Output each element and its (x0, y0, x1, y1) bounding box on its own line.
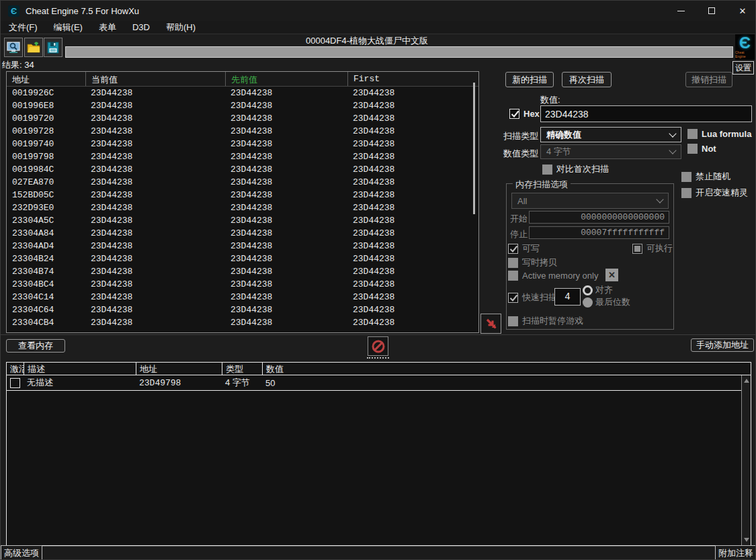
not-checkbox[interactable] (687, 144, 698, 154)
col-ct-value[interactable]: 数值 (262, 363, 751, 375)
splitter[interactable] (1, 334, 756, 335)
clear-active-memory-button[interactable]: ✕ (605, 269, 618, 281)
executable-group[interactable]: 可执行 (632, 242, 673, 254)
scroll-up-icon[interactable] (744, 379, 749, 383)
col-first[interactable]: First (347, 72, 478, 86)
cheat-active-checkbox[interactable] (10, 378, 20, 388)
result-row[interactable]: 23304CB4 23D44238 23D44238 23D44238 (7, 316, 478, 329)
result-row[interactable]: 001996E8 23D44238 23D44238 23D44238 (7, 99, 478, 112)
copy-on-write-checkbox[interactable] (508, 258, 518, 268)
disable-random-group[interactable]: 禁止随机 (681, 171, 730, 183)
pause-while-scanning-group[interactable]: 扫描时暂停游戏 (508, 315, 583, 327)
fast-scan-group[interactable]: 快速扫描 (508, 291, 557, 304)
active-memory-only-checkbox[interactable] (508, 271, 518, 281)
advanced-options-button[interactable]: 高级选项 (1, 545, 42, 560)
add-address-manually-button[interactable]: 手动添加地址 (691, 338, 754, 352)
result-row[interactable]: 00199740 23D44238 23D44238 23D44238 (7, 138, 478, 150)
align-radio[interactable] (583, 285, 593, 295)
pause-while-scanning-checkbox[interactable] (508, 316, 518, 326)
fast-scan-checkbox[interactable] (508, 293, 518, 303)
writable-group[interactable]: 可写 (508, 242, 540, 254)
new-scan-button[interactable]: 新的扫描 (505, 72, 554, 87)
add-selected-to-table-button[interactable] (480, 314, 501, 334)
result-row[interactable]: 23304B24 23D44238 23D44238 23D44238 (7, 252, 478, 265)
col-active[interactable]: 激活 (7, 363, 24, 375)
result-row[interactable]: 152BD05C 23D44238 23D44238 23D44238 (7, 189, 478, 201)
col-previous-value[interactable]: 先前值 (225, 72, 347, 86)
cell-previous-value: 23D44238 (225, 152, 347, 162)
menu-help[interactable]: 帮助(H) (158, 21, 204, 34)
value-type-dropdown[interactable]: 4 字节 (540, 144, 681, 159)
close-button[interactable]: ✕ (732, 1, 753, 21)
col-address[interactable]: 地址 (7, 72, 85, 86)
memory-region-dropdown[interactable]: All (511, 193, 669, 209)
settings-button[interactable]: 设置 (732, 61, 754, 75)
result-row[interactable]: 23304AD4 23D44238 23D44238 23D44238 (7, 240, 478, 252)
menu-file[interactable]: 文件(F) (1, 21, 46, 34)
disable-random-checkbox[interactable] (681, 172, 691, 182)
align-radio-group[interactable]: 对齐 (583, 284, 613, 296)
scroll-down-icon[interactable] (744, 538, 749, 542)
speedhack-checkbox[interactable] (681, 188, 691, 198)
not-group[interactable]: Not (687, 144, 716, 154)
menu-edit[interactable]: 编辑(E) (46, 21, 91, 34)
undo-scan-button[interactable]: 撤销扫描 (685, 72, 732, 87)
cheat-row[interactable]: 无描述 23D49798 4 字节 50 (7, 375, 751, 391)
minimize-button[interactable] (671, 1, 691, 21)
speedhack-group[interactable]: 开启变速精灵 (681, 187, 748, 199)
lua-formula-group[interactable]: Lua formula (687, 129, 751, 139)
cell-first-value: 23D44238 (347, 190, 478, 200)
last-digits-radio-group[interactable]: 最后位数 (583, 296, 630, 308)
writable-checkbox[interactable] (508, 244, 518, 254)
app-logo-icon: Є (8, 5, 19, 17)
col-ct-address[interactable]: 地址 (136, 363, 222, 375)
result-row[interactable]: 0019984C 23D44238 23D44238 23D44238 (7, 163, 478, 176)
scan-type-dropdown[interactable]: 精确数值 (540, 127, 681, 142)
cell-address: 00199720 (7, 113, 85, 124)
compare-first-scan-checkbox[interactable] (542, 165, 552, 175)
no-entry-button[interactable] (368, 336, 388, 356)
result-row[interactable]: 00199798 23D44238 23D44238 23D44238 (7, 150, 478, 163)
hex-checkbox-group[interactable]: Hex (509, 109, 540, 119)
last-digits-label: 最后位数 (595, 296, 630, 308)
result-row[interactable]: 23304A5C 23D44238 23D44238 23D44238 (7, 214, 478, 227)
col-current-value[interactable]: 当前值 (85, 72, 225, 86)
copy-on-write-label: 写时拷贝 (522, 256, 557, 269)
result-row[interactable]: 23304BC4 23D44238 23D44238 23D44238 (7, 278, 478, 291)
start-address-input[interactable]: 0000000000000000 (529, 211, 669, 224)
col-description[interactable]: 描述 (24, 363, 136, 375)
next-scan-button[interactable]: 再次扫描 (562, 72, 612, 87)
memory-view-button[interactable]: 查看内存 (6, 339, 65, 353)
scan-results-table: 地址 当前值 先前值 First 0019926C 23D44238 23D44… (6, 71, 479, 333)
lua-formula-checkbox[interactable] (687, 129, 698, 139)
menu-table[interactable]: 表单 (91, 21, 124, 34)
cheat-table-scrollbar[interactable] (741, 375, 751, 545)
last-digits-radio[interactable] (583, 297, 593, 308)
result-row[interactable]: 027EA870 23D44238 23D44238 23D44238 (7, 176, 478, 189)
result-row[interactable]: 0019926C 23D44238 23D44238 23D44238 (7, 87, 478, 99)
result-row[interactable]: 23304B74 23D44238 23D44238 23D44238 (7, 265, 478, 278)
result-row[interactable]: 23304A84 23D44238 23D44238 23D44238 (7, 227, 478, 240)
menu-d3d[interactable]: D3D (124, 21, 158, 34)
hex-checkbox[interactable] (509, 109, 519, 119)
stop-address-input[interactable]: 00007fffffffffff (529, 226, 669, 239)
compare-first-scan-group[interactable]: 对比首次扫描 (542, 163, 609, 175)
executable-checkbox[interactable] (632, 244, 642, 254)
col-type[interactable]: 类型 (222, 363, 262, 375)
active-memory-only-group[interactable]: Active memory only (508, 271, 598, 281)
attach-comment-button[interactable]: 附加注释 (715, 545, 756, 560)
scan-value-input[interactable]: 23D44238 (540, 105, 752, 122)
copy-on-write-group[interactable]: 写时拷贝 (508, 256, 557, 269)
maximize-button[interactable] (702, 1, 722, 21)
result-row[interactable]: 23304C64 23D44238 23D44238 23D44238 (7, 304, 478, 316)
menu-bar: 文件(F) 编辑(E) 表单 D3D 帮助(H) (1, 21, 756, 34)
cheat-engine-logo[interactable]: Є Cheat Engine (735, 34, 755, 60)
cell-previous-value: 23D44238 (225, 267, 347, 277)
result-row[interactable]: 23304C14 23D44238 23D44238 23D44238 (7, 291, 478, 304)
result-row[interactable]: 232D93E0 23D44238 23D44238 23D44238 (7, 201, 478, 214)
fast-scan-alignment-input[interactable]: 4 (554, 288, 581, 306)
result-row[interactable]: 00199728 23D44238 23D44238 23D44238 (7, 125, 478, 138)
results-scrollbar[interactable] (473, 83, 475, 214)
result-row[interactable]: 00199720 23D44238 23D44238 23D44238 (7, 112, 478, 125)
cell-current-value: 23D44238 (85, 279, 225, 289)
